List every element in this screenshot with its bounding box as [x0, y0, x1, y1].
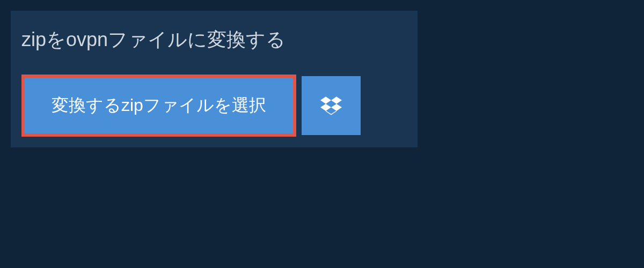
select-file-button[interactable]: 変換するzipファイルを選択	[21, 75, 296, 137]
heading-box: zipをovpnファイルに変換する	[11, 11, 333, 64]
page-title: zipをovpnファイルに変換する	[21, 27, 322, 53]
dropbox-icon	[320, 95, 342, 116]
button-row: 変換するzipファイルを選択	[11, 64, 418, 147]
conversion-panel: zipをovpnファイルに変換する 変換するzipファイルを選択	[11, 11, 418, 147]
dropbox-button[interactable]	[302, 76, 361, 135]
